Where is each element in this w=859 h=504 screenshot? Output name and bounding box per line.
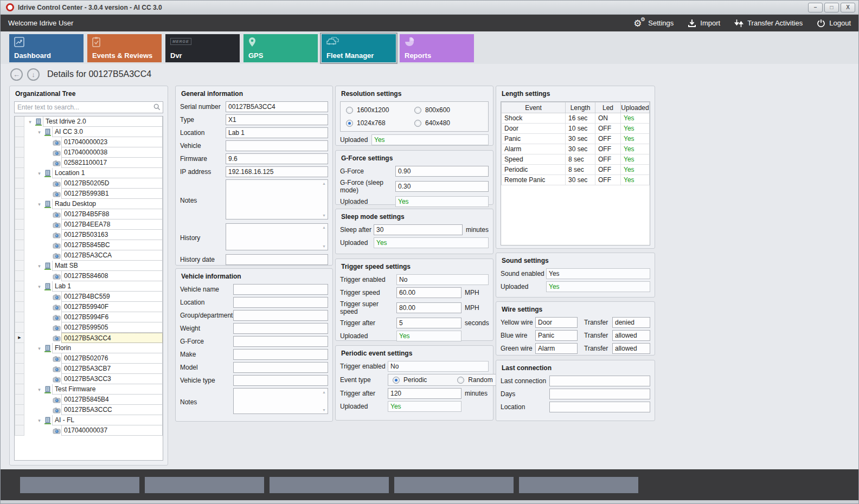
column-header[interactable]: Led	[595, 102, 621, 113]
bottom-action-button[interactable]	[394, 477, 514, 493]
tree-item-label[interactable]: 00127B4BC559	[61, 292, 163, 302]
radio-icon[interactable]	[414, 120, 421, 127]
column-header[interactable]: Uploaded	[621, 102, 650, 113]
tree-row[interactable]: ▶ ▾ 017040000037	[15, 425, 163, 436]
wire-value-field[interactable]	[535, 343, 578, 354]
tree-row[interactable]: ▶ ▾ 00127B5A3CC4	[15, 333, 163, 343]
tree-item-label[interactable]: Location 1	[52, 168, 163, 178]
bottom-action-button[interactable]	[270, 477, 389, 493]
trigger-field[interactable]	[396, 302, 461, 313]
expander-icon[interactable]: ▾	[36, 343, 43, 353]
radio-icon[interactable]	[346, 120, 353, 127]
tree-row[interactable]: ▶ ▾ Matt SB	[15, 261, 163, 271]
settings-button[interactable]: ⚙⚙ Settings	[633, 18, 674, 28]
event-type-option[interactable]: Periodic	[393, 376, 427, 384]
scroll-down-icon[interactable]: ▼	[322, 408, 326, 412]
vehicle-field[interactable]	[226, 140, 328, 151]
table-row[interactable]: Alarm 30 sec OFF Yes	[502, 144, 650, 154]
tab-reports[interactable]: Reports	[400, 34, 474, 62]
table-row[interactable]: Shock 16 sec ON Yes	[502, 113, 650, 124]
tree-item-label[interactable]: 00127B503163	[61, 230, 163, 240]
tab-dvr[interactable]: MERGE Dvr	[165, 34, 240, 62]
firmware-field[interactable]	[226, 153, 328, 164]
tab-dashboard[interactable]: Dashboard	[9, 34, 84, 62]
tree-item-label[interactable]: 017040000037	[61, 425, 163, 436]
vehicle-info-field[interactable]	[233, 336, 328, 347]
tree-item-label[interactable]: 00127B5A3CCA	[61, 250, 163, 261]
table-row[interactable]: Remote Panic 30 sec OFF Yes	[502, 175, 650, 185]
tree-row[interactable]: ▶ ▾ 00127B4B5F88	[15, 209, 163, 219]
tree-item-label[interactable]: Matt SB	[52, 261, 163, 271]
scroll-up-icon[interactable]: ▲	[322, 225, 326, 229]
expander-icon[interactable]: ▾	[36, 168, 43, 178]
search-input[interactable]	[14, 101, 163, 113]
tree-item-label[interactable]: Florin	[52, 343, 163, 353]
tree-item-label[interactable]: 00127B4EEA78	[61, 219, 163, 230]
table-row[interactable]: Speed 8 sec OFF Yes	[502, 154, 650, 165]
last-connection-field[interactable]	[549, 402, 650, 412]
scroll-down-button[interactable]: ↓	[27, 68, 40, 81]
event-type-option[interactable]: Random	[457, 376, 492, 384]
tree-row[interactable]: ▶ ▾ 00127B5A3CCC	[15, 405, 163, 415]
tree-item-label[interactable]: 00127B5A3CC4	[61, 333, 163, 343]
tree-row[interactable]: ▶ ▾ 00127B599505	[15, 322, 163, 333]
close-button[interactable]: X	[841, 3, 855, 12]
ip-address-field[interactable]	[226, 166, 328, 177]
vehicle-info-field[interactable]	[233, 362, 328, 373]
expander-icon[interactable]: ▾	[36, 127, 43, 137]
tree-row[interactable]: ▶ ▾ 00127B4BC559	[15, 292, 163, 302]
tree-item-label[interactable]: 00127B4B5F88	[61, 209, 163, 219]
tree-item-label[interactable]: 00127B5845BC	[61, 240, 163, 250]
expander-icon[interactable]: ▾	[36, 384, 43, 395]
vehicle-notes-textarea[interactable]	[233, 388, 328, 414]
periodic-after-field[interactable]	[388, 388, 461, 399]
tree-row[interactable]: ▶ ▾ 00127B584608	[15, 271, 163, 281]
tree-item-label[interactable]: 00127B5A3CCC	[61, 405, 163, 415]
tree-row[interactable]: ▶ ▾ 00127B502076	[15, 353, 163, 364]
tree-item-label[interactable]: 00127B50205D	[61, 178, 163, 189]
tree-row[interactable]: ▶ ▾ 00127B59940F	[15, 302, 163, 312]
radio-icon[interactable]	[393, 377, 400, 384]
wire-transfer-field[interactable]	[612, 317, 650, 328]
tree-row[interactable]: ▶ ▾ 017040000023	[15, 137, 163, 147]
history-textarea[interactable]	[226, 223, 328, 250]
expander-icon[interactable]: ▾	[36, 261, 43, 271]
scroll-up-icon[interactable]: ▲	[322, 182, 326, 185]
vehicle-info-field[interactable]	[233, 297, 328, 308]
tree-row[interactable]: ▶ ▾ AI - FL	[15, 415, 163, 425]
vehicle-info-field[interactable]	[233, 349, 328, 360]
bottom-action-button[interactable]	[519, 477, 638, 493]
tree-row[interactable]: ▶ ▾ 00127B5845B4	[15, 395, 163, 405]
radio-icon[interactable]	[457, 377, 464, 384]
scroll-up-icon[interactable]: ▲	[322, 390, 326, 394]
expander-icon[interactable]: ▾	[27, 117, 34, 127]
table-row[interactable]: Periodic 8 sec OFF Yes	[502, 165, 650, 175]
tree-item-label[interactable]: 00127B5A3CC3	[61, 374, 163, 384]
tree-row[interactable]: ▶ ▾ 00127B5A3CC3	[15, 374, 163, 384]
trigger-field[interactable]	[396, 318, 461, 328]
expander-icon[interactable]: ▾	[36, 281, 43, 292]
wire-transfer-field[interactable]	[612, 343, 650, 354]
maximize-button[interactable]: □	[824, 3, 839, 12]
radio-icon[interactable]	[346, 107, 353, 114]
tree-row[interactable]: ▶ ▾ 00127B5993B1	[15, 189, 163, 199]
radio-icon[interactable]	[414, 107, 421, 114]
scroll-down-icon[interactable]: ▼	[322, 244, 326, 248]
tree-item-label[interactable]: Test Firmware	[52, 384, 163, 395]
tree-row[interactable]: ▶ ▾ 025821100017	[15, 158, 163, 168]
table-row[interactable]: Door 10 sec OFF Yes	[502, 124, 650, 134]
table-row[interactable]: Panic 30 sec OFF Yes	[502, 134, 650, 144]
tree-row[interactable]: ▶ ▾ 00127B50205D	[15, 178, 163, 189]
tree-item-label[interactable]: 00127B5994F6	[61, 312, 163, 322]
resolution-option[interactable]: 640x480	[414, 119, 483, 127]
tree-item-label[interactable]: 00127B59940F	[61, 302, 163, 312]
tree-item-label[interactable]: Radu Desktop	[52, 199, 163, 209]
gforce-field[interactable]	[395, 181, 489, 192]
tree-row[interactable]: ▶ ▾ 00127B503163	[15, 230, 163, 240]
expander-icon[interactable]: ▾	[36, 199, 43, 209]
resolution-option[interactable]: 1600x1200	[346, 106, 414, 114]
tree-row[interactable]: ▶ ▾ 00127B4EEA78	[15, 219, 163, 230]
tree-item-label[interactable]: 00127B5993B1	[61, 189, 163, 199]
type-field[interactable]	[226, 114, 328, 125]
tree-row[interactable]: ▶ ▾ 00127B5A3CB7	[15, 364, 163, 374]
